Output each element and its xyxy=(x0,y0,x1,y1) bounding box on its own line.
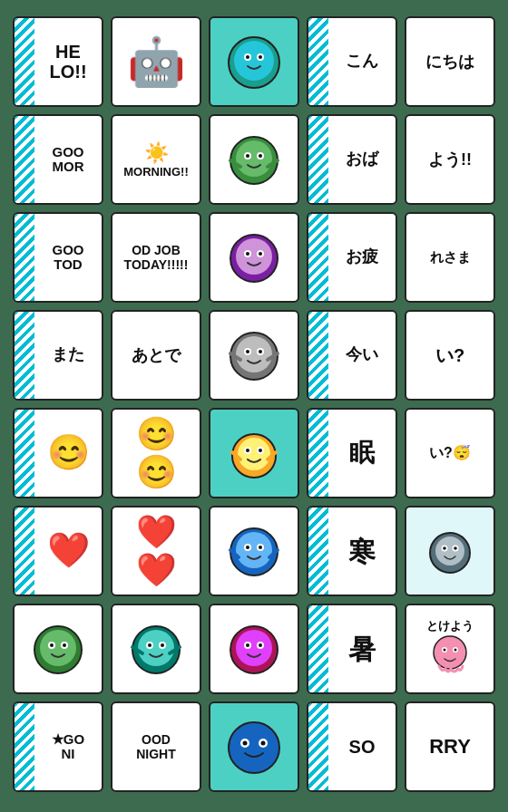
sticker-atode[interactable]: あとで xyxy=(111,310,201,401)
blob-character-purple xyxy=(220,224,288,292)
svg-point-82 xyxy=(260,740,265,745)
stripe-decoration xyxy=(15,312,34,399)
sticker-good-morning-1[interactable]: GOOMOR xyxy=(13,114,103,205)
sticker-content: とけよう xyxy=(422,605,479,692)
svg-point-56 xyxy=(50,643,54,647)
stripe-decoration xyxy=(308,214,328,301)
sticker-good-job[interactable]: OD JOBTODAY!!!!! xyxy=(111,212,201,303)
sticker-green-blob-2[interactable] xyxy=(13,604,103,694)
sticker-sorry-1[interactable]: SO xyxy=(307,701,397,792)
sticker-text: とけよう xyxy=(426,618,474,634)
sticker-samui-1[interactable]: 寒 xyxy=(307,506,397,596)
svg-point-57 xyxy=(63,643,66,647)
svg-point-76 xyxy=(454,649,456,652)
sticker-text: 😊 xyxy=(47,434,90,472)
svg-point-34 xyxy=(259,449,262,452)
blob-character-teal xyxy=(122,615,190,683)
stripe-decoration xyxy=(15,410,34,497)
sticker-text: OODNIGHT xyxy=(132,729,180,765)
svg-point-11 xyxy=(246,154,249,158)
sticker-hello-1[interactable]: HELO!! xyxy=(13,16,103,107)
sticker-dark-blob[interactable] xyxy=(209,701,299,792)
svg-point-12 xyxy=(259,154,262,158)
sticker-text: ❤️ xyxy=(47,532,90,570)
stripe-decoration xyxy=(308,18,328,105)
sticker-text: GOOTOD xyxy=(52,243,83,273)
blob-character xyxy=(220,28,288,96)
stripe-decoration xyxy=(15,508,34,594)
svg-point-38 xyxy=(236,532,272,568)
sticker-text: GOOMOR xyxy=(52,145,83,175)
sticker-text: ★GONI xyxy=(52,732,84,762)
sticker-good-morning-2[interactable]: ☀️ MORNING!! xyxy=(111,114,201,205)
svg-point-20 xyxy=(259,252,262,256)
svg-point-67 xyxy=(236,630,272,666)
sticker-atsui-2[interactable]: とけよう xyxy=(405,604,495,694)
sticker-blue-blob[interactable] xyxy=(209,506,299,596)
stripe-decoration xyxy=(308,508,328,594)
stripe-decoration xyxy=(15,703,34,790)
blob-character-gray-small xyxy=(421,522,480,581)
sticker-heart-2[interactable]: ❤️❤️ xyxy=(111,506,201,596)
svg-point-33 xyxy=(246,449,249,452)
sticker-yellow-blob[interactable] xyxy=(209,408,299,498)
sticker-teal-blob[interactable] xyxy=(111,604,201,694)
sticker-sorry-2[interactable]: RRY xyxy=(405,701,495,792)
sticker-gray-blob[interactable] xyxy=(209,310,299,401)
sticker-nemui-1[interactable]: 眠 xyxy=(307,408,397,498)
sticker-heart-1[interactable]: ❤️ xyxy=(13,506,103,596)
blob-character-gray xyxy=(220,322,288,390)
sticker-goodnight-1[interactable]: ★GONI xyxy=(13,701,103,792)
stripe-decoration xyxy=(308,410,328,497)
sticker-purple-blob[interactable] xyxy=(209,212,299,303)
stripe-decoration xyxy=(308,312,328,399)
svg-point-1 xyxy=(234,41,274,81)
svg-point-72 xyxy=(434,636,466,669)
blob-character-magenta xyxy=(220,615,288,683)
svg-point-19 xyxy=(246,252,249,256)
svg-point-8 xyxy=(236,140,272,177)
stripe-decoration xyxy=(308,116,328,203)
stripe-decoration xyxy=(15,18,34,105)
blob-character-blue xyxy=(220,517,288,585)
sticker-atsui-1[interactable]: 暑 xyxy=(307,604,397,694)
sticker-otsukare-2[interactable]: れさま xyxy=(405,212,495,303)
blob-character-dark-blue xyxy=(220,713,288,781)
sticker-blob-teal[interactable] xyxy=(209,16,299,107)
sticker-text: れさま xyxy=(426,246,474,270)
svg-point-71 xyxy=(259,643,262,647)
sticker-smiley-1[interactable]: 😊 xyxy=(13,408,103,498)
sticker-ima-2[interactable]: い? xyxy=(405,310,495,401)
sticker-good-today-1[interactable]: GOOTOD xyxy=(13,212,103,303)
stripe-decoration xyxy=(308,605,328,692)
sticker-text: HELO!! xyxy=(49,42,86,82)
sticker-text: よう!! xyxy=(425,145,475,174)
sticker-otsukare-1[interactable]: お疲 xyxy=(307,212,397,303)
sticker-ohayo-1[interactable]: おば xyxy=(307,114,397,205)
sticker-text: OD JOBTODAY!!!!! xyxy=(121,239,192,276)
stripe-decoration xyxy=(15,214,34,301)
sticker-gray-blob-small[interactable] xyxy=(405,506,495,596)
sticker-mata-1[interactable]: また xyxy=(13,310,103,401)
svg-point-75 xyxy=(443,649,445,652)
sticker-text: 今い xyxy=(346,346,378,364)
blob-character-green-2 xyxy=(24,615,93,683)
sticker-konni[interactable]: こん xyxy=(307,16,397,107)
sticker-nichiwa[interactable]: にちは xyxy=(405,16,495,107)
sticker-goodnight-2[interactable]: OODNIGHT xyxy=(111,701,201,792)
sticker-smiley-2[interactable]: 😊😊 xyxy=(111,408,201,498)
sticker-ohayo-2[interactable]: よう!! xyxy=(405,114,495,205)
sticker-text: ❤️❤️ xyxy=(112,509,200,593)
sticker-ima-1[interactable]: 今い xyxy=(307,310,397,401)
sticker-green-blob[interactable] xyxy=(209,114,299,205)
sticker-text: 😊😊 xyxy=(112,411,200,495)
sticker-text: 寒 xyxy=(348,536,376,566)
svg-point-70 xyxy=(246,643,249,647)
sticker-nemui-2[interactable]: い?😴 xyxy=(405,408,495,498)
sticker-robot[interactable]: 🤖 xyxy=(111,16,201,107)
svg-point-25 xyxy=(246,350,249,353)
svg-point-4 xyxy=(246,55,249,59)
sticker-text: あとで xyxy=(128,341,184,370)
sticker-magenta-blob[interactable] xyxy=(209,604,299,694)
sticker-text: にちは xyxy=(422,47,478,76)
